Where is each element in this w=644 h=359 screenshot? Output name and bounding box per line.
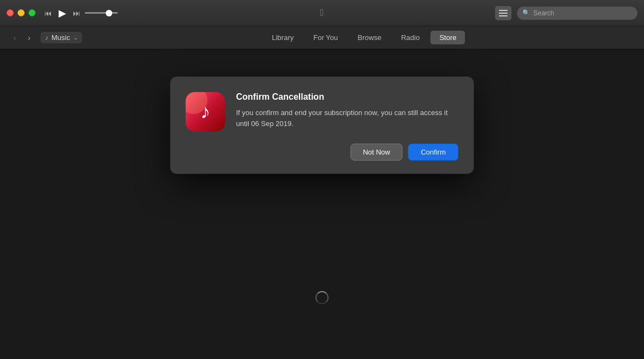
main-content: ♪ Confirm Cancellation If you confirm an…: [0, 49, 644, 359]
music-note-icon: ♪: [200, 100, 210, 123]
music-app-icon: ♪: [186, 92, 225, 132]
source-selector[interactable]: ♪ Music ⌄: [41, 32, 82, 43]
rewind-button[interactable]: ⏮: [44, 9, 52, 18]
apple-logo: : [320, 7, 324, 19]
back-arrow[interactable]: ‹: [9, 32, 21, 44]
minimize-button[interactable]: [18, 9, 25, 16]
search-bar[interactable]: 🔍 Search: [517, 7, 637, 20]
menu-icon[interactable]: [495, 6, 511, 20]
source-label: Music: [51, 33, 70, 42]
volume-slider[interactable]: [85, 12, 118, 14]
play-button[interactable]: ▶: [59, 7, 66, 19]
nav-bar: ‹ › ♪ Music ⌄ Library For You Browse Rad…: [0, 26, 644, 49]
tab-browse[interactable]: Browse: [349, 31, 390, 44]
dialog-text-area: Confirm Cancellation If you confirm and …: [236, 92, 458, 129]
dialog-body: If you confirm and end your subscription…: [236, 107, 458, 129]
tab-store[interactable]: Store: [430, 31, 465, 44]
not-now-button[interactable]: Not Now: [350, 144, 403, 161]
nav-tabs: Library For You Browse Radio Store: [263, 31, 465, 44]
close-button[interactable]: [7, 9, 14, 16]
nav-arrows: ‹ ›: [9, 32, 35, 44]
search-icon: 🔍: [522, 9, 530, 16]
right-controls: 🔍 Search: [495, 6, 637, 20]
dialog-title: Confirm Cancellation: [236, 92, 458, 102]
tab-for-you[interactable]: For You: [304, 31, 347, 44]
tab-library[interactable]: Library: [263, 31, 302, 44]
chevron-down-icon: ⌄: [73, 35, 78, 41]
volume-thumb: [106, 10, 112, 16]
volume-track: [85, 12, 118, 14]
traffic-lights: [7, 9, 36, 16]
playback-controls: ⏮ ▶ ⏭: [44, 7, 81, 19]
forward-arrow[interactable]: ›: [23, 32, 35, 44]
dialog-content: ♪ Confirm Cancellation If you confirm an…: [186, 92, 458, 132]
title-bar: ⏮ ▶ ⏭  🔍 Search: [0, 0, 644, 26]
confirm-dialog: ♪ Confirm Cancellation If you confirm an…: [170, 77, 474, 174]
source-icon: ♪: [45, 34, 48, 42]
search-placeholder: Search: [533, 9, 554, 17]
dialog-overlay: ♪ Confirm Cancellation If you confirm an…: [0, 49, 644, 359]
app-icon: ♪: [186, 92, 225, 132]
confirm-button[interactable]: Confirm: [408, 144, 458, 161]
tab-radio[interactable]: Radio: [392, 31, 428, 44]
dialog-buttons: Not Now Confirm: [186, 144, 458, 161]
forward-button[interactable]: ⏭: [73, 9, 81, 18]
maximize-button[interactable]: [28, 9, 36, 16]
